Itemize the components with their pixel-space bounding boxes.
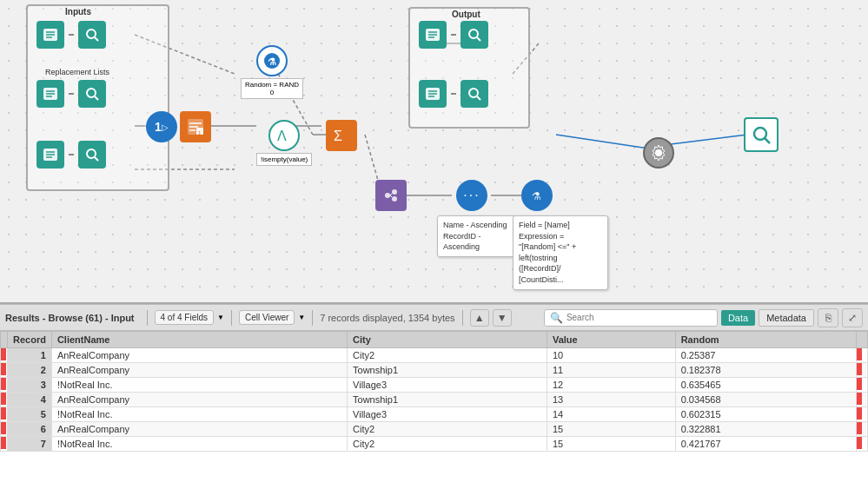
row-random: 0.635465 (675, 378, 856, 393)
table-row[interactable]: 4 AnRealCompany Township1 13 0.034568 (1, 393, 868, 407)
cell-viewer-dropdown[interactable]: Cell Viewer (239, 310, 295, 325)
row-random: 0.034568 (675, 393, 856, 407)
row-city: City2 (348, 437, 547, 452)
results-panel: Results - Browse (61) - Input 4 of 4 Fie… (0, 304, 868, 489)
gear-icon (643, 137, 674, 169)
random-tooltip: Random = RAND0 (241, 78, 303, 99)
svg-point-19 (87, 30, 96, 38)
table-row[interactable]: 2 AnRealCompany Township1 11 0.182378 (1, 363, 868, 378)
th-record[interactable]: Record (8, 332, 52, 348)
metadata-button[interactable]: Metadata (759, 309, 814, 327)
row-flag (1, 407, 8, 422)
join-node[interactable]: 1 ▷ (146, 111, 177, 142)
row-flag-end (857, 393, 868, 407)
svg-line-26 (95, 96, 98, 100)
join-icon: 1 ▷ (146, 111, 177, 142)
row-city: Village3 (348, 407, 547, 422)
input-icon-3 (36, 141, 64, 169)
input-node-3[interactable] (36, 141, 106, 169)
svg-text:Σ: Σ (334, 129, 342, 143)
svg-point-62 (655, 149, 662, 156)
scroll-up-button[interactable]: ▲ (470, 309, 489, 327)
svg-line-64 (765, 138, 770, 143)
row-flag (1, 437, 8, 452)
search-input[interactable] (567, 313, 697, 322)
row-value: 14 (547, 407, 675, 422)
row-value: 13 (547, 393, 675, 407)
row-num: 7 (8, 437, 52, 452)
browse-icon-1 (78, 21, 106, 49)
row-num: 6 (8, 422, 52, 437)
row-clientname: !NotReal Inc. (51, 437, 347, 452)
table-row[interactable]: 1 AnRealCompany City2 10 0.25387 (1, 348, 868, 363)
svg-point-56 (392, 189, 397, 195)
input-node-1[interactable] (36, 21, 106, 49)
row-value: 12 (547, 378, 675, 393)
row-value: 15 (547, 422, 675, 437)
fields-dropdown[interactable]: 4 of 4 Fields (155, 310, 214, 325)
input-node-2[interactable] (36, 80, 106, 108)
svg-line-59 (390, 195, 392, 197)
svg-line-20 (95, 37, 98, 41)
copy-button[interactable]: ⎘ (818, 308, 838, 327)
table-row[interactable]: 7 !NotReal Inc. City2 15 0.421767 (1, 437, 868, 452)
expand-button[interactable]: ⤢ (842, 308, 863, 327)
row-clientname: AnRealCompany (51, 393, 347, 407)
dots-node[interactable]: ··· (456, 180, 487, 211)
chevron-viewer-icon: ▼ (298, 314, 305, 321)
recordid-node[interactable]: 1 (180, 111, 211, 142)
svg-point-63 (754, 128, 766, 140)
svg-line-10 (556, 135, 643, 148)
data-table-container[interactable]: Record ClientName City Value Random 1 An… (0, 331, 868, 452)
output-icon-2 (419, 80, 447, 108)
data-button[interactable]: Data (721, 310, 755, 326)
table-row[interactable]: 6 AnRealCompany City2 15 0.322881 (1, 422, 868, 437)
browse-node-right[interactable] (744, 117, 779, 152)
row-city: City2 (348, 422, 547, 437)
workflow-canvas[interactable]: Inputs Replacement Lists 1 ▷ 1 (0, 0, 868, 304)
search-box: 🔍 (544, 309, 718, 327)
random-node[interactable]: ⚗ Random = RAND0 (241, 45, 303, 99)
gear-node[interactable] (643, 137, 674, 169)
row-value: 15 (547, 437, 675, 452)
toolbar-separator-4 (462, 310, 463, 326)
svg-point-37 (87, 149, 96, 158)
scroll-down-button[interactable]: ▼ (493, 309, 512, 327)
table-row[interactable]: 5 !NotReal Inc. Village3 14 0.602315 (1, 407, 868, 422)
row-flag (1, 393, 8, 407)
output-browse-1 (461, 21, 488, 49)
th-city[interactable]: City (348, 332, 547, 348)
row-flag (1, 348, 8, 363)
row-num: 1 (8, 348, 52, 363)
row-random: 0.182378 (675, 363, 856, 378)
cross-node[interactable] (375, 180, 407, 211)
table-row[interactable]: 3 !NotReal Inc. Village3 12 0.635465 (1, 378, 868, 393)
summarize-icon: Σ (326, 120, 357, 151)
row-flag-end (857, 407, 868, 422)
formula-node[interactable]: ⚗ (521, 180, 553, 211)
table-header-row: Record ClientName City Value Random (1, 332, 868, 348)
summarize-node[interactable]: Σ (326, 120, 357, 151)
output-node-2[interactable] (419, 80, 488, 108)
svg-line-54 (477, 96, 480, 100)
row-clientname: !NotReal Inc. (51, 378, 347, 393)
row-flag-end (857, 378, 868, 393)
toolbar-separator-2 (231, 310, 232, 326)
th-extra (857, 332, 868, 348)
replacement-lists-label: Replacement Lists (45, 68, 109, 76)
output-node-1[interactable] (419, 21, 488, 49)
th-clientname[interactable]: ClientName (51, 332, 347, 348)
filter-node[interactable]: Λ !isempty(value) (256, 120, 312, 166)
row-flag-end (857, 437, 868, 452)
output-browse-2 (461, 80, 488, 108)
svg-text:⚗: ⚗ (532, 190, 541, 202)
th-random[interactable]: Random (675, 332, 856, 348)
th-value[interactable]: Value (547, 332, 675, 348)
row-city: Township1 (348, 393, 547, 407)
data-table: Record ClientName City Value Random 1 An… (0, 331, 868, 452)
row-random: 0.421767 (675, 437, 856, 452)
row-num: 3 (8, 378, 52, 393)
input-icon-1 (36, 21, 64, 49)
output-icon-1 (419, 21, 447, 49)
row-random: 0.602315 (675, 407, 856, 422)
